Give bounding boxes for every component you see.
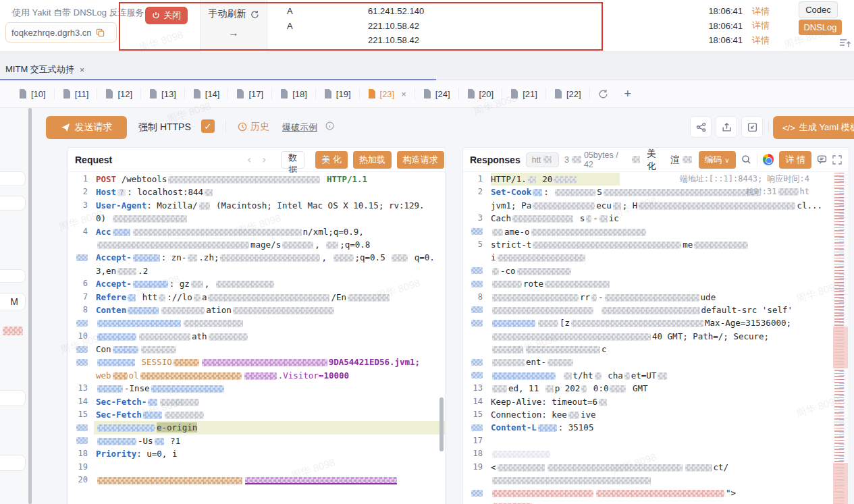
request-scrollbar[interactable] [439, 397, 444, 451]
redacted-text [160, 399, 199, 406]
force-https-checkbox[interactable]: ✓ [201, 119, 215, 133]
manual-refresh-button[interactable]: 手动刷新 [201, 8, 267, 20]
packet-tab-14[interactable]: [14] [185, 88, 229, 100]
redacted-text [492, 385, 507, 393]
minimap[interactable] [833, 173, 848, 504]
code-token: mage/s [250, 240, 281, 250]
generate-yaml-button[interactable]: </> 生成 Yaml 模板 [773, 116, 854, 139]
rail-scrollbar[interactable] [28, 108, 32, 504]
dnslog-domain-box[interactable]: foqkezhrqe.dgrh3.cn [5, 22, 117, 43]
packet-tab-21[interactable]: [21] [502, 88, 546, 100]
line-number [463, 486, 489, 499]
next-packet-icon[interactable]: › [259, 154, 269, 166]
line-number [68, 343, 94, 356]
sidebar-collapsed-item[interactable] [0, 455, 26, 471]
packet-tab-11[interactable]: [11] [55, 88, 98, 100]
response-size-info: 305bytes / 42 [564, 150, 641, 169]
dns-record-detail-link[interactable]: 详情 [752, 20, 770, 32]
dnslog-close-button[interactable]: 关闭 [145, 7, 188, 24]
packet-tab-12[interactable]: [12] [97, 88, 141, 100]
redacted-text [605, 294, 699, 302]
encode-dropdown[interactable]: 编码 ∨ [699, 151, 736, 169]
code-token: ol [129, 370, 139, 381]
code-token: ent- [526, 357, 546, 367]
packet-tab-23[interactable]: [23]× [360, 88, 415, 100]
code-token: - [598, 292, 604, 302]
close-icon[interactable]: × [80, 65, 85, 75]
sidebar-collapsed-item[interactable] [0, 269, 26, 283]
redacted-text [658, 372, 667, 380]
beautify-button[interactable]: 美 化 [315, 151, 348, 169]
prev-packet-icon[interactable]: ‹ [244, 154, 254, 166]
engine-console-icon[interactable] [839, 38, 851, 49]
sidebar-collapsed-item-m[interactable]: M [0, 293, 26, 310]
packet-tab-18[interactable]: [18] [272, 88, 316, 100]
search-icon[interactable] [741, 155, 751, 165]
copy-icon[interactable] [96, 28, 105, 37]
redacted-text [599, 399, 607, 406]
packet-tab-13[interactable]: [13] [141, 88, 185, 100]
fullscreen-icon[interactable] [832, 155, 842, 165]
line-number [68, 316, 94, 329]
packet-tab-24[interactable]: [24] [415, 88, 459, 100]
send-request-button[interactable]: 发送请求 [46, 116, 127, 139]
line-number [463, 500, 489, 504]
dock-tab-codec[interactable]: Codec [799, 1, 838, 18]
line-number [463, 474, 489, 486]
sidebar-collapsed-item[interactable] [0, 196, 26, 211]
packet-tab-10[interactable]: [10] [11, 88, 55, 100]
line-number [463, 343, 489, 356]
history-button[interactable]: 历史 [238, 121, 269, 133]
hot-reload-button[interactable]: 热加载 [353, 151, 392, 169]
sidebar-collapsed-item[interactable] [0, 171, 26, 186]
line-number [68, 421, 94, 434]
code-token: ed, 11 [508, 383, 544, 393]
editor-line: 18 [463, 447, 832, 460]
document-icon [280, 89, 288, 99]
code-token: Accept- [96, 279, 132, 289]
line-number [463, 369, 489, 382]
add-tab-icon[interactable]: + [616, 87, 640, 101]
line-number [68, 251, 94, 264]
sidebar-collapsed-item[interactable] [0, 390, 26, 406]
packet-tab-22[interactable]: [22] [546, 88, 590, 100]
build-request-button[interactable]: 构造请求 [397, 151, 444, 169]
packet-scan-button[interactable]: 数据包扫描 [281, 151, 304, 169]
editor-line [463, 500, 832, 504]
export-button[interactable] [716, 116, 737, 138]
code-token: 9DA54421ED56.jvm1; [329, 357, 420, 367]
close-icon[interactable]: × [401, 89, 406, 99]
response-beautify[interactable]: 美化 [647, 148, 665, 172]
editor-line: 10ath [68, 330, 445, 343]
redacted-text [159, 294, 165, 302]
clock-icon [238, 122, 247, 132]
dock-tab-dnslog[interactable]: DNSLog [799, 20, 842, 35]
editor-line: mage/s, ;q=0.8 [68, 238, 445, 251]
code-token: -Inse [124, 383, 150, 393]
detail-button[interactable]: 详 情 [779, 151, 811, 169]
blast-example-link[interactable]: 爆破示例 [282, 121, 317, 134]
comment-icon[interactable] [817, 155, 827, 165]
share-button[interactable] [690, 116, 712, 138]
tab-mitm[interactable]: MITM 交互式劫持 × [5, 63, 84, 76]
packet-tab-19[interactable]: [19] [316, 88, 360, 100]
edit-import-button[interactable] [741, 116, 763, 138]
dns-record-detail-link[interactable]: 详情 [752, 34, 770, 47]
force-https-label: 强制 HTTPS [138, 121, 191, 134]
line-number: 15 [463, 408, 489, 421]
packet-tab-17[interactable]: [17] [228, 88, 272, 100]
editor-line: [zMax-Age=31536000; [463, 316, 832, 329]
dns-record-detail-link[interactable]: 详情 [752, 5, 770, 18]
redacted-text [564, 372, 572, 380]
code-token: : Mozilla/ [146, 200, 197, 211]
request-editor[interactable]: 1POST /webtools HTTP/1.12Host?: localhos… [68, 173, 445, 504]
refresh-tabs-icon[interactable] [590, 89, 616, 99]
chrome-icon[interactable] [763, 154, 774, 165]
response-render[interactable]: 渲 [670, 154, 693, 166]
redacted-text [533, 202, 595, 210]
response-editor[interactable]: 1HTTP/1. 20端地址:[::1]:8443; 响应时间:42Set-Co… [463, 173, 832, 504]
packet-tab-20[interactable]: [20] [459, 88, 503, 100]
document-icon [63, 89, 71, 99]
redacted-text [492, 268, 499, 275]
redacted-text [492, 294, 579, 302]
